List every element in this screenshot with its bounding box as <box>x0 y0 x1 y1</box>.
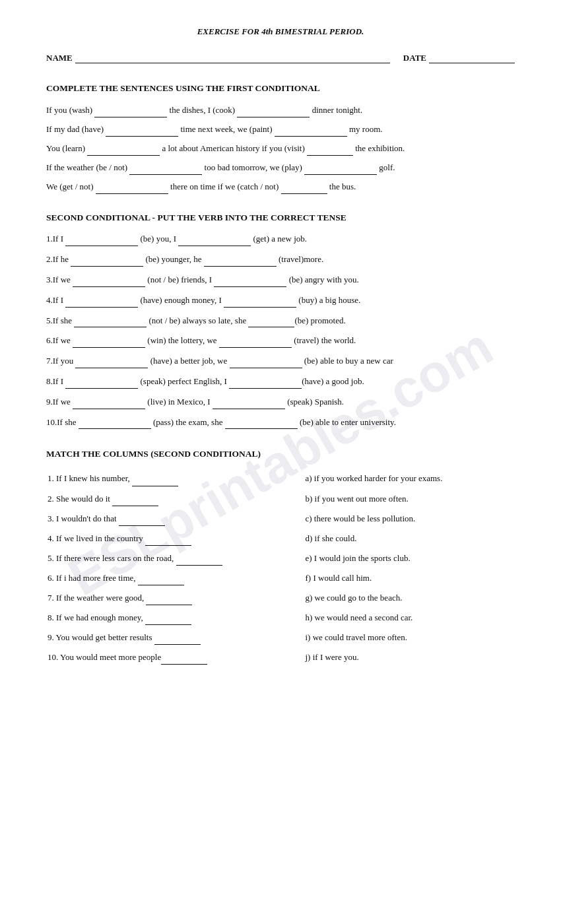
match-table: 1. If I knew his number, a) if you worke… <box>46 469 515 667</box>
blank <box>71 256 143 267</box>
match-left: 8. If we had enough money, <box>46 608 304 628</box>
blank <box>74 317 147 327</box>
blank <box>154 634 201 645</box>
blank <box>224 297 296 308</box>
blank <box>176 555 222 566</box>
table-row: 3. I wouldn't do that c) there would be … <box>46 509 515 529</box>
blank <box>275 126 347 137</box>
match-right: d) if she could. <box>304 529 515 548</box>
match-left: 4. If we lived in the country <box>46 529 304 548</box>
list-item: If my dad (have) time next week, we (pai… <box>46 122 515 137</box>
list-item: 8.If I (speak) perfect English, I (have)… <box>46 375 515 389</box>
blank <box>112 496 158 506</box>
table-row: 4. If we lived in the country d) if she … <box>46 529 515 548</box>
table-row: 8. If we had enough money, h) we would n… <box>46 608 515 628</box>
blank <box>73 399 145 409</box>
table-row: 6. If i had more free time, f) I would c… <box>46 568 515 588</box>
name-underline <box>75 51 390 63</box>
section-first-conditional: COMPLETE THE SENTENCES USING THE FIRST C… <box>46 83 515 194</box>
blank <box>248 317 294 327</box>
blank <box>145 535 191 546</box>
list-item: 1.If I (be) you, I (get) a new job. <box>46 232 515 246</box>
list-item: 9.If we (live) in Mexico, I (speak) Span… <box>46 395 515 409</box>
match-right: e) I would join the sports club. <box>304 548 515 568</box>
match-right: h) we would need a second car. <box>304 608 515 628</box>
match-right: c) there would be less pollution. <box>304 509 515 529</box>
list-item: We (get / not) there on time if we (catc… <box>46 180 515 194</box>
blank <box>214 277 286 287</box>
blank <box>304 164 377 175</box>
section-second-conditional: SECOND CONDITIONAL - PUT THE VERB INTO T… <box>46 213 515 429</box>
blank <box>132 476 178 486</box>
blank <box>65 297 138 308</box>
blank <box>73 337 145 348</box>
list-item: 2.If he (be) younger, he (travel)more. <box>46 253 515 267</box>
list-item: 7.If you (have) a better job, we (be) ab… <box>46 354 515 368</box>
match-right: i) we could travel more often. <box>304 628 515 647</box>
table-row: 7. If the weather were good, g) we could… <box>46 588 515 608</box>
match-right: g) we could go to the beach. <box>304 588 515 608</box>
date-label: DATE <box>403 53 426 63</box>
blank <box>87 145 160 156</box>
blank <box>138 575 184 585</box>
blank <box>65 236 138 246</box>
blank <box>230 358 302 368</box>
match-left: 3. I wouldn't do that <box>46 509 304 529</box>
table-row: 1. If I knew his number, a) if you worke… <box>46 469 515 488</box>
date-underline <box>429 51 515 63</box>
name-label: NAME <box>46 53 73 63</box>
section1-title: COMPLETE THE SENTENCES USING THE FIRST C… <box>46 83 515 94</box>
section3-title: MATCH THE COLUMNS (SECOND CONDITIONAL) <box>46 449 515 459</box>
section1-list: If you (wash) the dishes, I (cook) dinne… <box>46 103 515 194</box>
list-item: 6.If we (win) the lottery, we (travel) t… <box>46 334 515 348</box>
blank <box>65 378 138 389</box>
blank <box>75 358 148 368</box>
match-right: a) if you worked harder for your exams. <box>304 469 515 488</box>
list-item: If the weather (be / not) too bad tomorr… <box>46 160 515 175</box>
section-match-columns: MATCH THE COLUMNS (SECOND CONDITIONAL) 1… <box>46 449 515 667</box>
match-left: 10. You would meet more people <box>46 647 304 667</box>
blank <box>307 145 353 156</box>
list-item: 3.If we (not / be) friends, I (be) angry… <box>46 273 515 287</box>
blank <box>73 277 145 287</box>
blank <box>106 126 178 137</box>
table-row: 10. You would meet more people j) if I w… <box>46 647 515 667</box>
page-title: EXERCISE FOR 4th BIMESTRIAL PERIOD. <box>46 26 515 37</box>
match-right: j) if I were you. <box>304 647 515 667</box>
blank <box>281 183 327 194</box>
match-left: 5. If there were less cars on the road, <box>46 548 304 568</box>
blank <box>237 107 310 117</box>
blank <box>229 378 302 389</box>
blank <box>94 107 167 117</box>
blank <box>129 164 202 175</box>
blank <box>204 256 277 267</box>
blank <box>79 418 151 429</box>
blank <box>219 337 292 348</box>
section2-title: SECOND CONDITIONAL - PUT THE VERB INTO T… <box>46 213 515 223</box>
table-row: 2. She would do it b) if you went out mo… <box>46 489 515 509</box>
list-item: You (learn) a lot about American history… <box>46 141 515 156</box>
match-left: 6. If i had more free time, <box>46 568 304 588</box>
list-item: 4.If I (have) enough money, I (buy) a bi… <box>46 294 515 308</box>
list-item: If you (wash) the dishes, I (cook) dinne… <box>46 103 515 117</box>
list-item: 10.If she (pass) the exam, she (be) able… <box>46 416 515 430</box>
blank <box>178 236 251 246</box>
blank <box>145 614 191 625</box>
list-item: 5.If she (not / be) always so late, she … <box>46 314 515 328</box>
match-left: 1. If I knew his number, <box>46 469 304 488</box>
match-left: 2. She would do it <box>46 489 304 509</box>
blank <box>213 399 285 409</box>
blank <box>225 418 298 429</box>
blank <box>161 654 207 665</box>
section2-list: 1.If I (be) you, I (get) a new job. 2.If… <box>46 232 515 429</box>
table-row: 9. You would get better results i) we co… <box>46 628 515 647</box>
blank <box>146 595 192 605</box>
match-left: 7. If the weather were good, <box>46 588 304 608</box>
blank <box>96 183 168 194</box>
match-right: b) if you went out more often. <box>304 489 515 509</box>
table-row: 5. If there were less cars on the road, … <box>46 548 515 568</box>
match-right: f) I would call him. <box>304 568 515 588</box>
header-row: NAME DATE <box>46 51 515 63</box>
match-left: 9. You would get better results <box>46 628 304 647</box>
blank <box>119 515 165 526</box>
